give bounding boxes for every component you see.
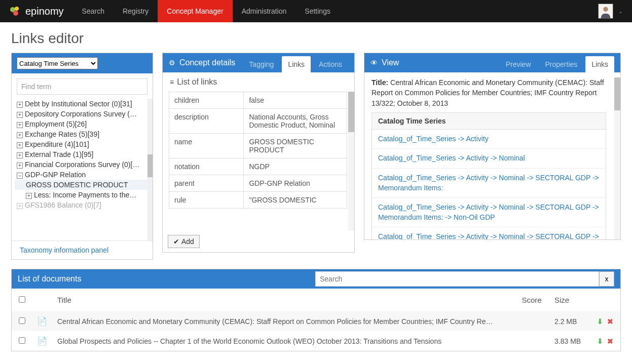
catalog-link[interactable]: Catalog_of_Time_Series -> Activity -> No… [372,169,606,198]
expand-icon[interactable]: + [17,203,23,209]
tree-node[interactable]: +Financial Corporations Survey (0)[… [15,159,150,170]
view-title: Title: Central African Economic and Mone… [371,77,613,108]
catalog-link[interactable]: Catalog_of_Time_Series -> Activity -> No… [372,227,606,239]
nav-settings[interactable]: Settings [295,0,340,22]
nav-concept-manager[interactable]: Concept Manager [158,0,232,22]
collapse-icon[interactable]: – [17,173,23,179]
pdf-icon: 📄 [37,337,47,345]
nav-registry[interactable]: Registry [114,0,158,22]
expand-icon[interactable]: + [17,152,23,158]
concept-details-header: ⚙ Concept details Tagging Links Actions [163,53,354,72]
catalog-link[interactable]: Catalog_of_Time_Series -> Activity -> No… [372,149,606,169]
top-navbar: epinomy Search Registry Concept Manager … [0,0,632,22]
main-nav: Search Registry Concept Manager Administ… [73,0,340,22]
chevron-down-icon: ⌄ [618,8,623,15]
list-icon: ≡ [170,78,174,86]
svg-point-1 [15,7,19,11]
tab-links[interactable]: Links [282,56,311,72]
tab-properties[interactable]: Properties [539,56,584,72]
expand-icon[interactable]: + [17,163,23,169]
details-scrollbar-thumb[interactable] [348,92,354,132]
avatar [598,4,613,19]
documents-search: x [315,271,614,287]
tree-node[interactable]: +Exchange Rates (5)[39] [15,129,150,139]
expand-icon[interactable]: + [17,132,23,138]
concept-properties-table: childrenfalse descriptionNational Accoun… [169,92,347,209]
document-row: 📄 Global Prospects and Policies -- Chapt… [12,331,620,351]
expand-icon[interactable]: + [17,142,23,148]
document-score [514,331,549,351]
taxonomy-info-link-row: Taxonomy information panel [12,240,153,259]
nav-administration[interactable]: Administration [233,0,296,22]
tree-node[interactable]: +GFS1986 Balance (0)[7] [15,200,150,210]
documents-header: List of documents x [12,269,620,289]
documents-table: Title Score Size 📄 Central African Econo… [12,289,620,351]
tab-actions[interactable]: Actions [313,56,348,72]
view-header: 👁 View Preview Properties Links [364,53,620,72]
document-title[interactable]: Global Prospects and Policies -- Chapter… [57,337,493,345]
concept-details-panel: ⚙ Concept details Tagging Links Actions … [162,53,355,253]
taxonomy-tree: +Debt by Institutional Sector (0)[31] +D… [12,99,153,240]
taxonomy-info-link[interactable]: Taxonomy information panel [20,246,108,254]
tree-search [17,78,147,95]
svg-point-2 [13,11,18,16]
add-button[interactable]: ✔ Add [168,235,200,248]
gear-icon: ⚙ [169,59,175,67]
add-row: ✔ Add [163,231,354,252]
list-of-links-header: ≡ List of links [163,72,354,92]
check-icon: ✔ [173,237,179,246]
expand-icon[interactable]: + [17,122,23,128]
documents-search-input[interactable] [315,271,599,287]
tree-search-input[interactable] [17,78,147,95]
tree-node[interactable]: +External Trade (1)[95] [15,149,150,159]
tree-node[interactable]: +Employment (5)[26] [15,119,150,129]
table-row: nameGROSS DOMESTIC PRODUCT [169,134,347,158]
table-row: rule"GROSS DOMESTIC [169,192,347,209]
select-all-checkbox[interactable] [19,296,25,303]
catalog-box: Catalog Time Series Catalog_of_Time_Seri… [371,112,606,239]
tree-node[interactable]: –GDP-GNP Relation [15,170,150,180]
delete-icon[interactable]: ✖ [607,317,613,326]
tree-node[interactable]: +Depository Corporations Survey (… [15,109,150,119]
catalog-link[interactable]: Catalog_of_Time_Series -> Activity [372,130,606,149]
documents-panel: List of documents x Title Score Size 📄 C… [11,269,621,351]
col-size: Size [549,289,590,311]
expand-icon[interactable]: + [26,193,32,199]
eye-icon: 👁 [370,59,378,67]
table-row: parentGDP-GNP Relation [169,175,347,192]
document-score [514,311,549,331]
brand-name: epinomy [25,6,64,17]
tab-view-links[interactable]: Links [585,56,614,72]
nav-search[interactable]: Search [73,0,114,22]
catalog-link[interactable]: Catalog_of_Time_Series -> Activity -> No… [372,198,606,227]
expand-icon[interactable]: + [17,112,23,118]
expand-icon[interactable]: + [17,102,23,108]
catalog-header: Catalog Time Series [372,113,606,130]
document-size: 2.2 MB [549,311,590,331]
download-icon[interactable]: ⬇ [597,317,603,326]
tab-preview[interactable]: Preview [500,56,537,72]
taxonomy-select[interactable]: Catalog Time Series [17,57,98,69]
documents-search-clear-button[interactable]: x [599,271,614,287]
row-checkbox[interactable] [19,317,25,324]
document-row: 📄 Central African Economic and Monetary … [12,311,620,331]
brand[interactable]: epinomy [0,0,73,22]
tab-tagging[interactable]: Tagging [243,56,280,72]
col-title: Title [52,289,514,311]
tree-header: Catalog Time Series [12,53,153,73]
tree-node[interactable]: +Expenditure (4)[101] [15,139,150,149]
download-icon[interactable]: ⬇ [597,337,603,345]
brand-logo-icon [9,5,21,17]
document-title[interactable]: Central African Economic and Monetary Co… [57,317,493,326]
tree-scrollbar-thumb[interactable] [147,154,153,177]
view-scrollbar-thumb[interactable] [614,77,620,110]
col-score: Score [514,289,549,311]
tree-node-selected[interactable]: GROSS DOMESTIC PRODUCT [15,180,150,190]
row-checkbox[interactable] [19,337,25,344]
document-size: 3.83 MB [549,331,590,351]
tree-node[interactable]: +Less: Income Payments to the… [15,190,150,200]
user-menu[interactable]: ⌄ [594,0,632,22]
svg-point-4 [603,7,608,12]
delete-icon[interactable]: ✖ [607,337,613,345]
tree-node[interactable]: +Debt by Institutional Sector (0)[31] [15,99,150,109]
